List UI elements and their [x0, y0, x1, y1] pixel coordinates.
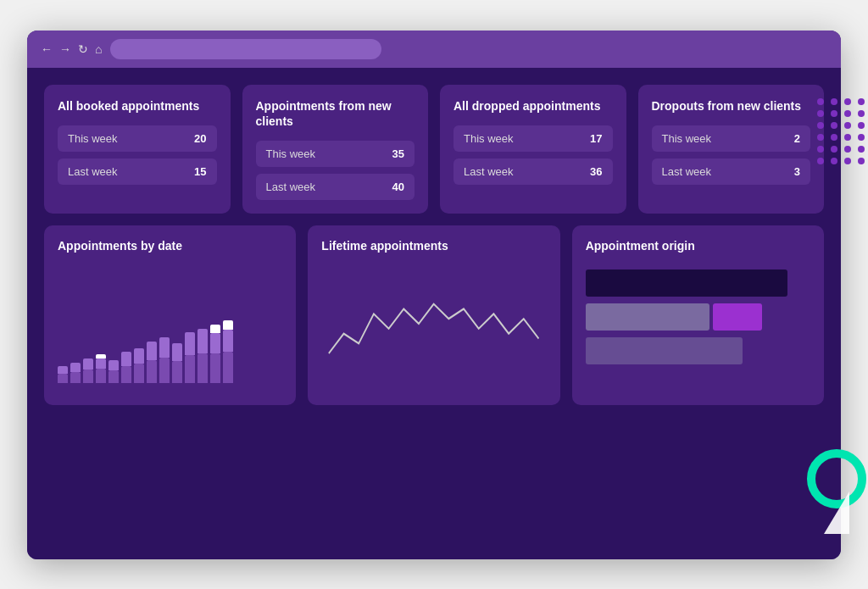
- chart-title-lifetime: Lifetime appointments: [321, 239, 546, 253]
- bar-group-3: [96, 354, 106, 383]
- stat-card-dropouts-new: Dropouts from new clients This week 2 La…: [638, 85, 825, 214]
- decorative-dot-19: [858, 146, 865, 153]
- bar-group-11: [198, 329, 208, 383]
- refresh-icon[interactable]: ↻: [78, 42, 88, 56]
- horiz-bar-purple-2: [713, 303, 762, 331]
- bar-chart-area: [58, 264, 282, 392]
- decorative-dot-23: [858, 158, 865, 164]
- bar-segment: [121, 352, 131, 366]
- bar-segment: [210, 325, 220, 333]
- bar-segment: [134, 348, 144, 364]
- decorative-dot-12: [817, 134, 824, 141]
- bar-segment: [223, 352, 233, 383]
- decorative-dot-11: [858, 122, 865, 129]
- stat-value-this-week-2: 35: [392, 147, 404, 160]
- bar-segment: [96, 358, 106, 369]
- stat-row-last-week-4: Last week 3: [652, 158, 811, 185]
- stat-value-this-week-3: 17: [590, 132, 602, 145]
- stat-card-title-all-dropped: All dropped appointments: [453, 98, 613, 114]
- decorative-dots: [817, 98, 866, 164]
- bar-group-0: [58, 366, 68, 383]
- bar-segment: [198, 329, 208, 353]
- stat-value-last-week-3: 36: [590, 165, 602, 178]
- stat-value-this-week: 20: [194, 132, 206, 145]
- stat-label-this-week-4: This week: [662, 132, 712, 145]
- stat-label-last-week-3: Last week: [464, 165, 514, 178]
- bar-group-4: [108, 360, 119, 383]
- stat-value-last-week-4: 3: [794, 165, 800, 178]
- decorative-dot-17: [831, 146, 837, 153]
- stat-row-this-week-4: This week 2: [652, 125, 811, 152]
- stat-row-last-week-3: Last week 36: [453, 158, 613, 185]
- decorative-dot-7: [858, 110, 865, 117]
- stat-label-last-week-4: Last week: [662, 165, 712, 178]
- bar-segment: [134, 364, 144, 383]
- decorative-dot-18: [844, 146, 851, 153]
- bar-group-10: [185, 332, 195, 383]
- decorative-dot-15: [858, 134, 865, 141]
- horiz-bar-medium-3: [586, 337, 743, 364]
- horiz-chart: [586, 269, 810, 364]
- chart-card-by-date: Appointments by date: [44, 225, 296, 405]
- decorative-dot-5: [831, 110, 837, 117]
- stat-row-this-week: This week 20: [58, 125, 217, 152]
- browser-window: ← → ↻ ⌂ All booked appointments This wee…: [27, 31, 841, 559]
- back-icon[interactable]: ←: [41, 42, 53, 56]
- bar-group-6: [134, 348, 144, 383]
- bar-segment: [121, 366, 131, 383]
- line-chart-area: [321, 264, 546, 392]
- forward-icon[interactable]: →: [59, 42, 71, 56]
- stat-card-all-dropped: All dropped appointments This week 17 La…: [440, 85, 626, 214]
- horiz-bar-medium-2: [586, 303, 709, 331]
- bar-segment: [108, 370, 119, 383]
- stat-label-last-week-2: Last week: [266, 181, 316, 193]
- stat-row-last-week: Last week 15: [58, 158, 217, 185]
- stat-card-appointments-new: Appointments from new clients This week …: [242, 85, 429, 214]
- stat-label-this-week: This week: [68, 132, 118, 145]
- stat-value-last-week: 15: [194, 165, 206, 178]
- stat-label-last-week: Last week: [68, 165, 118, 178]
- horiz-bar-row-1: [586, 269, 810, 297]
- decorative-dot-6: [844, 110, 851, 117]
- bar-segment: [198, 353, 208, 383]
- browser-content: All booked appointments This week 20 Las…: [27, 68, 841, 559]
- bar-segment: [147, 360, 157, 383]
- white-triangle-decoration: [824, 492, 849, 534]
- nav-icons: ← → ↻ ⌂: [41, 42, 102, 56]
- bar-segment: [223, 320, 233, 330]
- stats-row: All booked appointments This week 20 Las…: [44, 85, 824, 214]
- stat-label-this-week-3: This week: [464, 132, 514, 145]
- stat-row-this-week-2: This week 35: [256, 141, 415, 167]
- url-bar[interactable]: [110, 39, 381, 59]
- bar-chart: [58, 264, 282, 383]
- bar-group-13: [223, 320, 233, 383]
- bar-group-9: [172, 343, 182, 383]
- bar-segment: [83, 370, 93, 383]
- bar-segment: [210, 353, 220, 383]
- stat-label-this-week-2: This week: [266, 147, 316, 160]
- bar-segment: [108, 360, 119, 370]
- stat-value-last-week-2: 40: [392, 181, 404, 193]
- bar-group-12: [210, 325, 220, 383]
- decorative-dot-0: [817, 98, 824, 105]
- horiz-bar-row-3: [586, 337, 810, 364]
- bar-segment: [172, 343, 182, 361]
- browser-toolbar: ← → ↻ ⌂: [27, 31, 841, 68]
- decorative-dot-16: [817, 146, 824, 153]
- decorative-dot-14: [844, 134, 851, 141]
- bar-segment: [96, 369, 106, 383]
- decorative-dot-20: [817, 158, 824, 164]
- decorative-dot-8: [817, 122, 824, 129]
- chart-card-lifetime: Lifetime appointments: [308, 225, 559, 405]
- bar-group-8: [159, 337, 170, 383]
- bar-group-1: [70, 363, 81, 383]
- bar-segment: [159, 337, 170, 358]
- home-icon[interactable]: ⌂: [95, 42, 102, 56]
- horiz-bar-row-2: [586, 303, 810, 331]
- decorative-dot-9: [831, 122, 837, 129]
- bar-group-2: [83, 358, 93, 383]
- decorative-dot-1: [831, 98, 837, 105]
- charts-row: Appointments by date Lifetime appointmen…: [44, 225, 824, 405]
- stat-card-title-all-booked: All booked appointments: [58, 98, 217, 114]
- stat-row-this-week-3: This week 17: [453, 125, 613, 152]
